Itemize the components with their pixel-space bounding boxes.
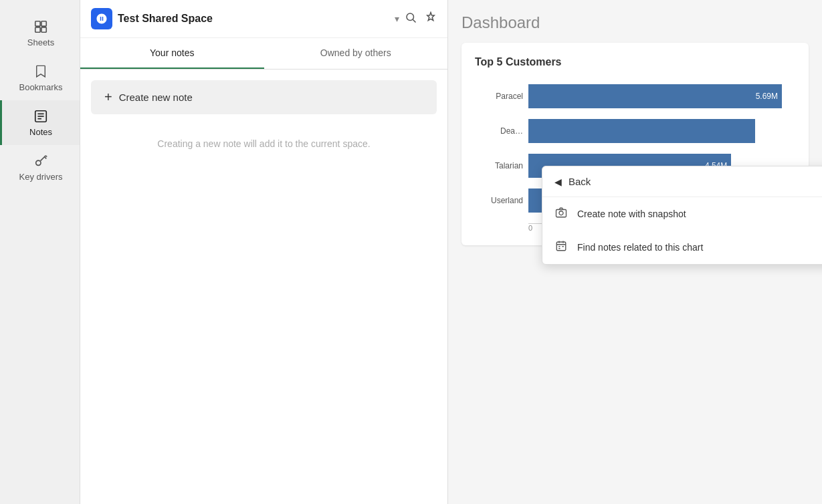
bar-label: Dea… — [475, 126, 528, 136]
bar-label: Paracel — [475, 92, 528, 101]
bar-label: Userland — [475, 196, 528, 205]
bar — [528, 119, 755, 143]
space-logo — [91, 8, 112, 29]
chart-title: Top 5 Customers — [475, 56, 795, 68]
create-note-snapshot-label: Create note with snapshot — [577, 209, 686, 219]
sidebar-item-key-drivers[interactable]: Key drivers — [0, 145, 80, 190]
notes-hint: Creating a new note will add it to the c… — [80, 125, 447, 162]
tab-owned-by-others[interactable]: Owned by others — [264, 38, 448, 69]
table-row: Paracel 5.69M — [475, 79, 795, 114]
back-button[interactable]: ◀ Back — [542, 166, 822, 197]
svg-point-8 — [36, 160, 41, 165]
calendar-icon — [554, 240, 568, 255]
pin-icon[interactable] — [425, 11, 437, 27]
space-title: Test Shared Space — [118, 13, 389, 25]
create-note-snapshot-item[interactable]: Create note with snapshot — [542, 197, 822, 231]
key-drivers-icon — [33, 153, 49, 169]
notes-icon — [33, 108, 49, 124]
create-note-label: Create new note — [119, 92, 193, 103]
sidebar-item-sheets[interactable]: Sheets — [0, 11, 80, 55]
bar-label: Talarian — [475, 161, 528, 170]
back-arrow-icon: ◀ — [554, 176, 562, 187]
svg-line-9 — [41, 156, 46, 161]
back-label: Back — [569, 176, 591, 187]
sidebar-item-notes[interactable]: Notes — [0, 100, 80, 145]
sidebar-item-label: Key drivers — [19, 172, 62, 182]
svg-point-12 — [407, 13, 414, 21]
dropdown-arrow-icon[interactable]: ▾ — [395, 13, 399, 24]
notes-panel: Test Shared Space ▾ Your notes Owned by … — [80, 0, 448, 504]
table-row: Dea… — [475, 114, 795, 148]
notes-header: Test Shared Space ▾ — [80, 0, 447, 38]
svg-line-11 — [45, 156, 47, 157]
sidebar-item-label: Notes — [29, 127, 52, 137]
svg-rect-0 — [35, 21, 40, 26]
svg-point-15 — [559, 211, 563, 215]
svg-line-10 — [45, 157, 47, 159]
dropdown-menu: ◀ Back Create note with snapshot — [542, 166, 822, 265]
sidebar: Sheets Bookmarks Notes — [0, 0, 80, 504]
create-note-button[interactable]: + Create new note — [91, 80, 437, 114]
svg-rect-16 — [556, 242, 566, 251]
sheets-icon — [33, 19, 49, 35]
sidebar-item-bookmarks[interactable]: Bookmarks — [0, 55, 80, 100]
tabs: Your notes Owned by others — [80, 38, 447, 70]
dashboard-panel: Dashboard Top 5 Customers Paracel 5.69M … — [448, 0, 822, 504]
find-notes-label: Find notes related to this chart — [577, 242, 703, 253]
sidebar-item-label: Bookmarks — [19, 82, 62, 92]
find-notes-related-item[interactable]: Find notes related to this chart — [542, 231, 822, 264]
sidebar-item-label: Sheets — [27, 37, 54, 47]
svg-line-13 — [413, 19, 415, 22]
svg-rect-1 — [41, 21, 46, 26]
tab-your-notes[interactable]: Your notes — [80, 38, 264, 69]
plus-icon: + — [104, 90, 112, 105]
svg-rect-2 — [35, 27, 40, 32]
camera-icon — [554, 207, 568, 221]
search-icon[interactable] — [405, 11, 417, 27]
svg-rect-3 — [41, 27, 46, 32]
bar-container: 5.69M — [528, 84, 795, 108]
bookmark-icon — [33, 64, 49, 80]
bar-container — [528, 119, 795, 143]
bar: 5.69M — [528, 84, 782, 108]
dashboard-title: Dashboard — [461, 13, 809, 32]
header-icons — [405, 11, 437, 27]
